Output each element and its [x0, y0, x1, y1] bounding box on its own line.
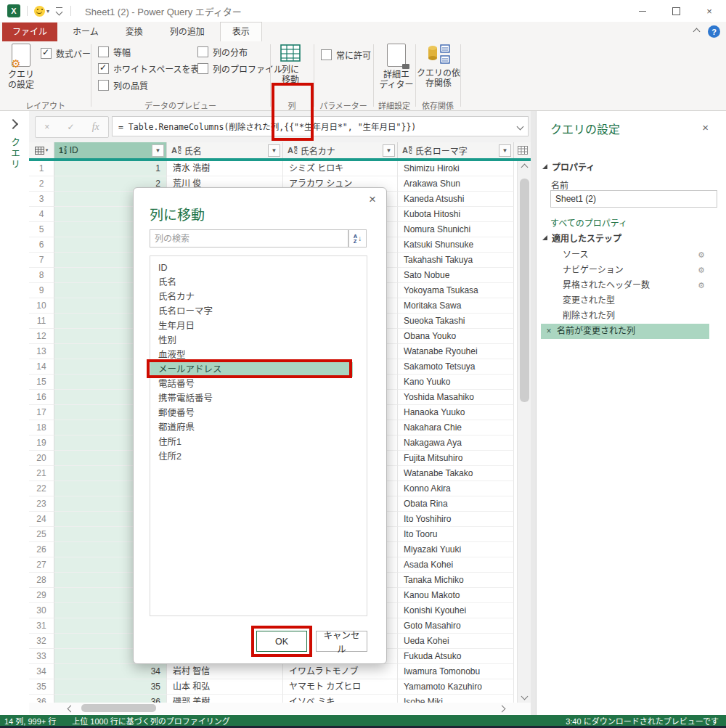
romaji-cell[interactable]: Tanaka Michiko [398, 573, 514, 588]
row-number-cell[interactable]: 9 [29, 283, 54, 298]
go-to-column-button[interactable]: 列に移動 [274, 44, 307, 85]
id-cell[interactable]: 36 [54, 695, 167, 703]
ribbon-checkbox[interactable]: ホワイトスペースを表示 [98, 62, 208, 75]
scroll-down-icon[interactable] [518, 690, 531, 703]
romaji-cell[interactable]: Moritaka Sawa [398, 298, 514, 314]
row-number-cell[interactable]: 10 [29, 298, 54, 314]
romaji-cell[interactable]: Kaneda Atsushi [398, 192, 514, 207]
filter-icon[interactable]: ▼ [152, 144, 164, 157]
column-list-item[interactable]: メールアドレス [150, 362, 353, 377]
ok-button[interactable]: OK [256, 631, 307, 652]
next-column-stub[interactable] [514, 142, 531, 158]
customize-toolbar-icon[interactable] [55, 7, 64, 15]
az-sort-button[interactable]: AZ ↓ [348, 229, 367, 248]
romaji-cell[interactable]: Nomura Shunichi [398, 222, 514, 237]
row-number-cell[interactable]: 8 [29, 268, 54, 283]
scroll-up-icon[interactable] [518, 161, 531, 173]
romaji-cell[interactable]: Sato Nobue [398, 268, 514, 283]
applied-step-item[interactable]: × 削除された列 ⚙ [541, 308, 709, 324]
romaji-cell[interactable]: Ito Yoshihiro [398, 512, 514, 527]
applied-step-item[interactable]: × 名前が変更された列 ⚙ [541, 324, 709, 339]
name-cell[interactable]: 岩村 智信 [167, 664, 283, 679]
ribbon-checkbox[interactable]: 列の品質 [98, 79, 148, 91]
romaji-cell[interactable]: Kanou Makoto [398, 588, 514, 603]
id-cell[interactable]: 1 [54, 161, 167, 176]
row-number-cell[interactable]: 27 [29, 557, 54, 573]
row-number-cell[interactable]: 11 [29, 314, 54, 329]
romaji-cell[interactable]: Yoshida Masahiko [398, 390, 514, 405]
romaji-cell[interactable]: Hanaoka Yuuko [398, 405, 514, 420]
commit-formula-icon[interactable]: ✓ [67, 122, 74, 132]
advanced-editor-button[interactable]: 詳細エディター [378, 44, 415, 90]
applied-step-item[interactable]: × ソース ⚙ [541, 248, 709, 263]
formula-bar-checkbox[interactable]: 数式バー [41, 47, 91, 60]
romaji-cell[interactable]: Miyazaki Yuuki [398, 542, 514, 557]
maximize-button[interactable] [659, 0, 693, 22]
column-list-item[interactable]: 住所1 [150, 435, 367, 449]
row-number-cell[interactable]: 33 [29, 649, 54, 664]
romaji-cell[interactable]: Nakahara Chie [398, 420, 514, 435]
table-row[interactable]: 34 34 岩村 智信 イワムラトモノブ Iwamura Tomonobu [29, 664, 514, 679]
horizontal-scrollbar[interactable] [29, 703, 531, 714]
tab-view[interactable]: 表示 [220, 22, 262, 41]
expand-queries-icon[interactable] [9, 120, 17, 130]
scroll-left-icon[interactable] [64, 703, 77, 714]
row-number-cell[interactable]: 19 [29, 435, 54, 451]
romaji-cell[interactable]: Sakamoto Tetsuya [398, 359, 514, 375]
romaji-cell[interactable]: Fujita Mitsuhiro [398, 451, 514, 466]
gear-icon[interactable]: ⚙ [693, 278, 709, 293]
column-list-item[interactable]: 電話番号 [150, 377, 367, 391]
collapse-ribbon-icon[interactable] [693, 28, 701, 36]
column-list-item[interactable]: 氏名 [150, 275, 367, 290]
name-cell[interactable]: 山本 和弘 [167, 679, 283, 695]
kana-cell[interactable]: シミズ ヒロキ [283, 161, 398, 176]
romaji-cell[interactable]: Isobe Miki [398, 695, 514, 703]
chevron-down-icon[interactable]: ▾ [46, 8, 49, 15]
always-allow-checkbox[interactable]: 常に許可 [321, 49, 371, 61]
formula-input[interactable]: = Table.RenameColumns(削除された列,{{"*生年月日*",… [112, 116, 529, 136]
dialog-close-icon[interactable]: × [369, 192, 376, 207]
id-cell[interactable]: 34 [54, 664, 167, 679]
fx-icon[interactable]: fx [92, 121, 99, 133]
row-number-cell[interactable]: 25 [29, 527, 54, 542]
row-number-cell[interactable]: 23 [29, 496, 54, 512]
gear-icon[interactable]: ⚙ [693, 263, 709, 278]
row-number-cell[interactable]: 13 [29, 344, 54, 359]
column-list-item[interactable]: 氏名カナ [150, 290, 367, 304]
romaji-cell[interactable]: Arakawa Shun [398, 176, 514, 192]
minimize-button[interactable] [626, 0, 659, 22]
column-list-item[interactable]: 携帯電話番号 [150, 391, 367, 406]
romaji-cell[interactable]: Ueda Kohei [398, 634, 514, 649]
row-number-cell[interactable]: 18 [29, 420, 54, 435]
applied-step-item[interactable]: × ナビゲーション ⚙ [541, 263, 709, 278]
row-number-cell[interactable]: 2 [29, 176, 54, 192]
column-list-item[interactable]: 性別 [150, 333, 367, 348]
tab-file[interactable]: ファイル [2, 23, 57, 41]
row-number-cell[interactable]: 32 [29, 634, 54, 649]
romaji-cell[interactable]: Obata Rina [398, 496, 514, 512]
row-number-cell[interactable]: 28 [29, 573, 54, 588]
romaji-cell[interactable]: Watanabe Takako [398, 466, 514, 481]
column-header-name[interactable]: ABC 氏名 ▼ [167, 142, 283, 158]
romaji-cell[interactable]: Shimizu Hiroki [398, 161, 514, 176]
applied-step-item[interactable]: × 変更された型 ⚙ [541, 293, 709, 308]
horizontal-scroll-thumb[interactable] [81, 704, 156, 712]
table-row[interactable]: 1 1 清水 浩樹 シミズ ヒロキ Shimizu Hiroki [29, 161, 514, 176]
table-row[interactable]: 36 36 磯部 美樹 イソベ ミキ Isobe Miki [29, 695, 514, 703]
row-number-cell[interactable]: 7 [29, 253, 54, 268]
close-button[interactable]: × [693, 0, 726, 22]
romaji-cell[interactable]: Asada Kohei [398, 557, 514, 573]
row-number-cell[interactable]: 6 [29, 237, 54, 253]
query-settings-button[interactable]: ⚙ クエリの設定 [4, 44, 38, 90]
row-number-cell[interactable]: 26 [29, 542, 54, 557]
query-name-input[interactable] [550, 190, 717, 208]
romaji-cell[interactable]: Fukuda Atsuko [398, 649, 514, 664]
romaji-cell[interactable]: Takahashi Takuya [398, 253, 514, 268]
romaji-cell[interactable]: Obana Youko [398, 329, 514, 344]
row-number-cell[interactable]: 14 [29, 359, 54, 375]
select-all-corner[interactable]: ▾ [29, 142, 54, 158]
cancel-button[interactable]: キャンセル [316, 631, 367, 652]
filter-icon[interactable]: ▼ [383, 144, 395, 157]
column-search-input[interactable] [150, 229, 348, 248]
kana-cell[interactable]: イワムラトモノブ [283, 664, 398, 679]
